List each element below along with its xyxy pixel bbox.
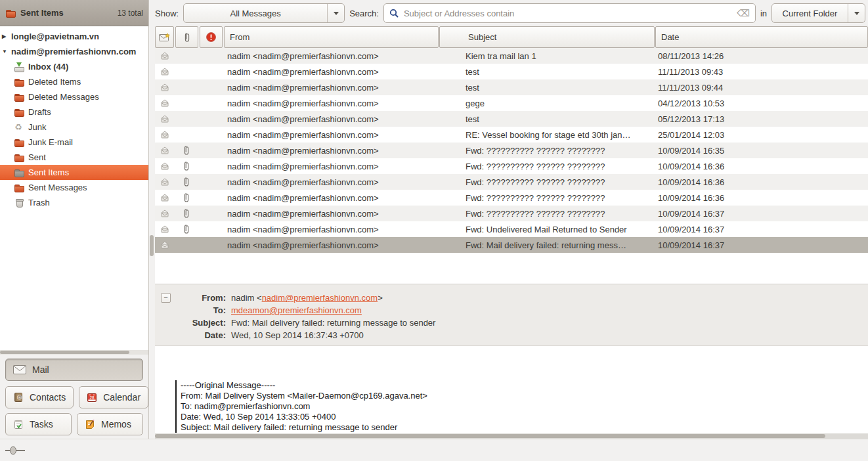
read-status-cell bbox=[155, 178, 174, 186]
attachment-cell bbox=[174, 192, 198, 203]
collapse-headers-button[interactable]: − bbox=[161, 293, 171, 303]
main-content: Sent Items 13 total ▶ longle@pavietnam.v… bbox=[0, 0, 868, 439]
date-value: Wed, 10 Sep 2014 16:37:43 +0700 bbox=[226, 329, 364, 341]
message-row[interactable]: nadim <nadim@premierfashionvn.com> Fwd: … bbox=[155, 190, 868, 206]
folder-label: Drafts bbox=[28, 107, 51, 117]
read-status-cell bbox=[155, 52, 174, 60]
switcher-toggle-icon[interactable] bbox=[5, 446, 25, 455]
account-row[interactable]: ▶ longle@pavietnam.vn bbox=[0, 29, 148, 44]
message-row[interactable]: nadim <nadim@premierfashionvn.com> test … bbox=[155, 111, 868, 127]
attachment-cell bbox=[174, 114, 198, 124]
message-row[interactable]: nadim <nadim@premierfashionvn.com> Kiem … bbox=[155, 48, 868, 64]
pane-splitter[interactable] bbox=[149, 0, 155, 439]
from-column-header[interactable]: From bbox=[224, 26, 439, 48]
date-label: Date: bbox=[175, 329, 226, 341]
message-row[interactable]: nadim <nadim@premierfashionvn.com> RE: V… bbox=[155, 127, 868, 143]
folder-item[interactable]: Drafts bbox=[0, 104, 148, 120]
message-row[interactable]: nadim <nadim@premierfashionvn.com> Fwd: … bbox=[155, 206, 868, 221]
message-date: 11/11/2013 09:43 bbox=[653, 67, 868, 77]
message-row[interactable]: nadim <nadim@premierfashionvn.com> Fwd: … bbox=[155, 174, 868, 190]
calendar-switcher-button[interactable]: 28 Calendar bbox=[79, 386, 148, 408]
message-row[interactable]: nadim <nadim@premierfashionvn.com> Fwd: … bbox=[155, 221, 868, 237]
quoted-body-line: From: Mail Delivery System <Mailer-Daemo… bbox=[181, 391, 868, 401]
folder-item[interactable]: Sent Messages bbox=[0, 180, 148, 195]
to-value: mdeamon@premierfashionvn.com bbox=[226, 304, 362, 317]
folder-item[interactable]: Inbox (44) bbox=[0, 59, 148, 74]
clear-search-icon[interactable]: ⌫ bbox=[737, 8, 750, 18]
message-subject: Fwd: Undelivered Mail Returned to Sender bbox=[437, 225, 653, 234]
mail-switcher-button[interactable]: Mail bbox=[5, 359, 143, 381]
folder-item[interactable]: Deleted Items bbox=[0, 74, 148, 89]
subject-value: Fwd: Mail delivery failed: returning mes… bbox=[226, 317, 435, 329]
inbox-icon bbox=[14, 62, 24, 72]
folder-item[interactable]: Trash bbox=[0, 195, 148, 210]
junk-icon bbox=[14, 122, 24, 133]
splitter-scrollbar-thumb[interactable] bbox=[150, 235, 154, 256]
expander-icon[interactable]: ▼ bbox=[2, 49, 9, 55]
search-placeholder: Subject or Addresses contain bbox=[404, 9, 732, 18]
calendar-icon: 28 bbox=[87, 392, 97, 403]
quoted-body-line: Date: Wed, 10 Sep 2014 13:33:05 +0400 bbox=[181, 412, 868, 422]
contacts-button-label: Contacts bbox=[30, 392, 66, 403]
priority-column-header[interactable] bbox=[200, 26, 223, 48]
account-row[interactable]: ▼ nadim@premierfashionvn.com bbox=[0, 44, 148, 59]
message-date: 10/09/2014 16:36 bbox=[653, 193, 868, 203]
sidebar-horizontal-scrollbar[interactable] bbox=[0, 350, 148, 355]
attachment-cell bbox=[174, 161, 198, 171]
message-date: 10/09/2014 16:36 bbox=[653, 177, 868, 187]
message-row[interactable]: nadim <nadim@premierfashionvn.com> Fwd: … bbox=[155, 237, 868, 253]
read-status-cell bbox=[155, 241, 174, 249]
subject-label: Subject: bbox=[175, 317, 226, 329]
message-date: 25/01/2014 12:03 bbox=[653, 130, 868, 140]
message-row[interactable]: nadim <nadim@premierfashionvn.com> Fwd: … bbox=[155, 158, 868, 174]
expander-icon[interactable]: ▶ bbox=[2, 33, 9, 39]
message-row[interactable]: nadim <nadim@premierfashionvn.com> test … bbox=[155, 79, 868, 95]
to-address-link[interactable]: mdeamon@premierfashionvn.com bbox=[231, 305, 362, 315]
folder-item[interactable]: Deleted Messages bbox=[0, 89, 148, 104]
preview-subject-row: Subject: Fwd: Mail delivery failed: retu… bbox=[175, 317, 868, 329]
contacts-switcher-button[interactable]: @ Contacts bbox=[5, 386, 74, 408]
message-body: -----Original Message-----From: Mail Del… bbox=[155, 346, 868, 433]
folder-item[interactable]: Junk E-mail bbox=[0, 135, 148, 150]
scope-label: in bbox=[760, 9, 767, 18]
message-date: 10/09/2014 16:36 bbox=[653, 162, 868, 171]
folder-icon bbox=[14, 92, 24, 102]
evolution-mail-window: Sent Items 13 total ▶ longle@pavietnam.v… bbox=[0, 0, 868, 461]
folder-item[interactable]: Junk bbox=[0, 120, 148, 135]
memos-switcher-button[interactable]: Memos bbox=[77, 413, 143, 435]
search-input[interactable]: Subject or Addresses contain ⌫ bbox=[383, 3, 756, 23]
date-column-header[interactable]: Date bbox=[655, 26, 868, 48]
attachment-cell bbox=[174, 129, 198, 140]
folder-item[interactable]: Sent Items bbox=[0, 165, 148, 180]
attachment-cell bbox=[174, 177, 198, 187]
folder-item[interactable]: Sent bbox=[0, 150, 148, 165]
folder-total-count: 13 total bbox=[118, 9, 143, 18]
scrollbar-thumb[interactable] bbox=[155, 434, 825, 438]
scrollbar-thumb[interactable] bbox=[0, 351, 129, 354]
show-filter-dropdown[interactable]: All Messages bbox=[183, 3, 345, 23]
message-date: 10/09/2014 16:35 bbox=[653, 146, 868, 156]
from-address-link[interactable]: nadim@premierfashionvn.com bbox=[262, 293, 378, 303]
message-row[interactable]: nadim <nadim@premierfashionvn.com> gege … bbox=[155, 95, 868, 111]
read-status-cell bbox=[155, 131, 174, 139]
subject-column-header[interactable]: Subject bbox=[439, 26, 655, 48]
status-column-header[interactable] bbox=[155, 26, 174, 48]
tasks-switcher-button[interactable]: Tasks bbox=[5, 413, 72, 435]
message-row[interactable]: nadim <nadim@premierfashionvn.com> Fwd: … bbox=[155, 143, 868, 158]
switcher-grid-row1: @ Contacts 28 Calendar bbox=[5, 386, 143, 408]
chevron-down-icon bbox=[334, 12, 339, 15]
message-from: nadim <nadim@premierfashionvn.com> bbox=[223, 240, 437, 250]
quoted-message-block: -----Original Message-----From: Mail Del… bbox=[175, 380, 868, 433]
paperclip-icon bbox=[183, 224, 190, 234]
search-scope-dropdown[interactable]: Current Folder bbox=[771, 3, 865, 23]
to-label: To: bbox=[175, 304, 226, 317]
folder-tree: ▶ longle@pavietnam.vn ▼ nadim@premierfas… bbox=[0, 26, 148, 350]
attachment-column-header[interactable] bbox=[175, 26, 198, 48]
paperclip-icon bbox=[183, 161, 190, 171]
paperclip-icon bbox=[184, 32, 190, 43]
envelope-read-icon bbox=[160, 241, 169, 249]
message-list: From Subject Date nadim <nadim@premierfa… bbox=[155, 26, 868, 284]
message-row[interactable]: nadim <nadim@premierfashionvn.com> test … bbox=[155, 64, 868, 79]
preview-from-row: From: nadim <nadim@premierfashionvn.com> bbox=[175, 292, 868, 304]
preview-horizontal-scrollbar[interactable] bbox=[155, 433, 868, 439]
